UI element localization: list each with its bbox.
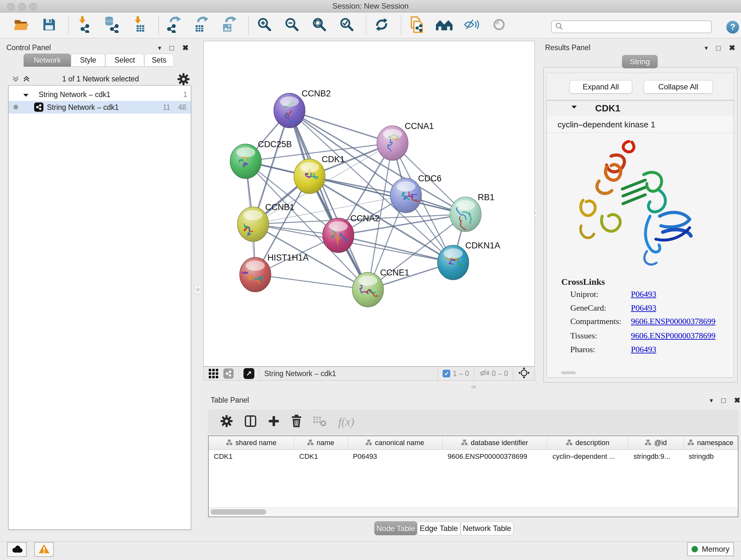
network-canvas[interactable]: CCNB2 CCNA1 CDC25B CDK1 CDC6 R: [203, 41, 535, 367]
results-scrollbar-thumb[interactable]: [561, 371, 576, 374]
tab-node-table[interactable]: Node Table: [374, 521, 417, 536]
network-node-HIST1H1A[interactable]: HIST1H1A: [240, 253, 309, 293]
create-column-icon[interactable]: [268, 415, 280, 428]
table-hscrollbar-thumb[interactable]: [211, 509, 266, 515]
close-panel-icon[interactable]: ✖: [734, 396, 740, 405]
export-table-button[interactable]: [193, 16, 210, 34]
column-header-canonical-name[interactable]: canonical name: [348, 436, 443, 449]
close-panel-icon[interactable]: ✖: [729, 44, 735, 52]
network-share-mode-icon[interactable]: [223, 368, 233, 379]
network-row-selected[interactable]: String Network – cdk1 11 48: [9, 101, 191, 114]
network-options-gear-icon[interactable]: [177, 73, 190, 87]
import-network-database-button[interactable]: [104, 16, 120, 34]
maximize-panel-icon[interactable]: □: [716, 44, 721, 52]
column-attribute-icon: [307, 439, 313, 447]
table-cell[interactable]: stringdb: [684, 450, 738, 463]
crosslink-link[interactable]: P06493: [631, 345, 656, 354]
column-header-name[interactable]: name: [294, 436, 348, 449]
collapse-all-networks-icon[interactable]: [11, 75, 20, 84]
clone-network-icon: [409, 16, 424, 34]
expand-all-button[interactable]: Expand All: [569, 80, 632, 94]
table-cell[interactable]: P06493: [348, 450, 443, 463]
fit-selected-crosshair-icon[interactable]: [518, 367, 530, 380]
table-cell[interactable]: cyclin–dependent ...: [547, 450, 628, 463]
tab-network[interactable]: Network: [23, 54, 71, 67]
network-node-CDK1[interactable]: CDK1: [294, 154, 345, 194]
crosslink-link[interactable]: 9606.ENSP00000378699: [631, 331, 716, 341]
memory-button[interactable]: Memory: [687, 542, 734, 556]
import-network-file-button[interactable]: [76, 16, 92, 34]
network-node-CDC6[interactable]: CDC6: [390, 174, 442, 213]
column-attribute-icon: [645, 439, 651, 447]
column-header-database-identifier[interactable]: database identifier: [443, 436, 548, 449]
crosslink-link[interactable]: P06493: [631, 290, 656, 299]
network-node-RB1[interactable]: RB1: [450, 192, 495, 232]
maximize-panel-icon[interactable]: □: [170, 44, 174, 52]
zoom-out-button[interactable]: [283, 16, 300, 34]
birds-eye-view-icon[interactable]: [244, 368, 254, 379]
column-header-namespace[interactable]: namespace: [684, 436, 738, 449]
help-button[interactable]: ?: [726, 21, 739, 34]
column-header-description[interactable]: description: [547, 436, 628, 449]
close-panel-icon[interactable]: ✖: [182, 44, 189, 52]
string-home-button[interactable]: [436, 16, 453, 34]
crosslink-row: Compartments: 9606.ENSP00000378699: [547, 317, 734, 330]
network-node-CDKN1A[interactable]: CDKN1A: [437, 241, 500, 280]
warnings-button[interactable]: [34, 542, 54, 557]
crosslink-link[interactable]: 9606.ENSP00000378699: [631, 317, 716, 326]
table-cell[interactable]: CDK1: [294, 450, 348, 463]
results-tab-string[interactable]: String: [622, 55, 658, 68]
import-table-button[interactable]: [131, 16, 147, 34]
left-splitter-handle[interactable]: [194, 286, 201, 293]
column-header--id[interactable]: @id: [628, 436, 684, 449]
zoom-selected-button[interactable]: [338, 16, 355, 34]
collapse-all-button[interactable]: Collapse All: [644, 80, 713, 94]
table-options-icon[interactable]: [220, 415, 233, 429]
toolbar-separator: [401, 16, 401, 35]
search-input[interactable]: [563, 22, 711, 32]
clone-network-button[interactable]: [408, 16, 425, 34]
hide-unhide-button[interactable]: [463, 16, 480, 34]
maximize-panel-icon[interactable]: □: [721, 396, 726, 405]
collection-expander-icon[interactable]: [23, 91, 29, 100]
import-network-database-icon: [104, 16, 120, 34]
tab-network-table[interactable]: Network Table: [461, 521, 514, 536]
delete-column-icon[interactable]: [291, 415, 302, 429]
gene-section-header[interactable]: CDK1: [547, 101, 734, 116]
tab-select[interactable]: Select: [105, 54, 144, 67]
cloud-status-button[interactable]: [7, 542, 27, 557]
highlight-eye-button[interactable]: [491, 16, 508, 34]
redraw-layout-button[interactable]: [374, 16, 390, 34]
float-panel-icon[interactable]: ▾: [710, 396, 713, 404]
crosslink-link[interactable]: P06493: [631, 303, 656, 313]
grid-mode-icon[interactable]: [208, 368, 219, 380]
zoom-fit-button[interactable]: [311, 16, 327, 34]
node-label-CCNE1: CCNE1: [380, 268, 409, 277]
table-hscrollbar[interactable]: [209, 507, 738, 516]
tab-edge-table[interactable]: Edge Table: [417, 521, 461, 536]
zoom-in-button[interactable]: [256, 16, 273, 34]
export-network-button[interactable]: [166, 16, 183, 34]
save-session-button[interactable]: [41, 16, 57, 34]
table-cell[interactable]: 9606.ENSP00000378699: [443, 450, 548, 463]
table-cell[interactable]: stringdb:9...: [628, 450, 684, 463]
network-collection-row[interactable]: String Network – cdk1 1: [9, 88, 191, 101]
selected-nodes-checkbox[interactable]: [443, 370, 450, 377]
search-field[interactable]: [551, 20, 712, 33]
float-panel-icon[interactable]: ▾: [704, 44, 708, 52]
table-row[interactable]: CDK1CDK1P064939606.ENSP00000378699cyclin…: [209, 450, 738, 463]
horizontal-splitter-handle[interactable]: [471, 385, 476, 388]
float-panel-icon[interactable]: ▾: [158, 44, 161, 52]
section-expander-icon[interactable]: [570, 105, 578, 111]
show-columns-icon[interactable]: [245, 415, 257, 428]
network-edges: [246, 111, 466, 290]
column-header-shared-name[interactable]: shared name: [209, 436, 294, 449]
tab-sets[interactable]: Sets: [144, 54, 174, 67]
tab-style[interactable]: Style: [71, 54, 105, 67]
table-cell[interactable]: CDK1: [209, 450, 294, 463]
export-image-button[interactable]: [221, 16, 238, 34]
node-table[interactable]: shared namenamecanonical namedatabase id…: [208, 435, 738, 517]
expand-all-networks-icon[interactable]: [22, 75, 30, 84]
hidden-node-edge-count: 0 – 0: [492, 369, 508, 378]
open-session-button[interactable]: [13, 16, 30, 34]
